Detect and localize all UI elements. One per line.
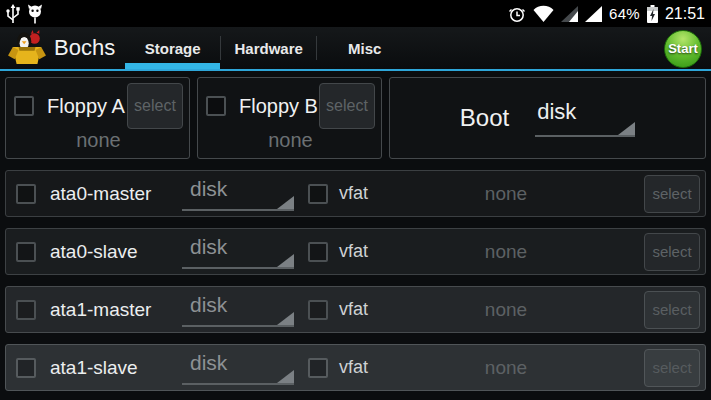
ata1-master-vfat-checkbox[interactable] xyxy=(308,300,328,320)
ata0-master-row: ata0-master disk vfat none select xyxy=(5,170,706,217)
ata1-master-type-value: disk xyxy=(190,293,227,316)
ata0-master-type-value: disk xyxy=(190,177,227,200)
ata1-master-value: none xyxy=(368,299,644,321)
app-identity: Bochs xyxy=(0,27,125,69)
ata1-slave-row: ata1-slave disk vfat none select xyxy=(5,344,706,391)
action-bar: Bochs Storage Hardware Misc Start xyxy=(0,27,711,71)
tab-hardware-label: Hardware xyxy=(234,40,302,57)
boot-label: Boot xyxy=(460,104,509,132)
boot-panel: Boot disk xyxy=(389,77,706,159)
floppy-b-select-button[interactable]: select xyxy=(319,83,375,129)
tab-misc[interactable]: Misc xyxy=(317,27,412,69)
ata0-slave-type-value: disk xyxy=(190,235,227,258)
battery-charging-icon xyxy=(647,5,658,23)
ata0-slave-vfat-label: vfat xyxy=(339,241,368,262)
ata0-slave-type-spinner[interactable]: disk xyxy=(182,235,294,269)
tab-storage-label: Storage xyxy=(145,40,201,57)
clock-label: 21:51 xyxy=(665,5,705,23)
ata0-master-checkbox[interactable] xyxy=(16,184,36,204)
ata0-slave-label: ata0-slave xyxy=(50,241,182,263)
status-bar: 64% 21:51 xyxy=(0,0,711,27)
floppy-a-select-button[interactable]: select xyxy=(127,83,183,129)
bochs-app-screen: 64% 21:51 xyxy=(0,0,711,400)
battery-percent-label: 64% xyxy=(609,5,640,22)
tab-storage[interactable]: Storage xyxy=(125,27,220,69)
ata1-slave-type-spinner[interactable]: disk xyxy=(182,351,294,385)
ata0-slave-vfat-checkbox[interactable] xyxy=(308,242,328,262)
ata1-master-vfat-label: vfat xyxy=(339,299,368,320)
bochs-logo-icon xyxy=(8,30,46,66)
storage-tab-content: Floppy A select none Floppy B select non… xyxy=(0,71,711,391)
start-button[interactable]: Start xyxy=(664,30,702,68)
floppy-b-checkbox[interactable] xyxy=(206,96,226,116)
floppy-b-value: none xyxy=(206,129,375,156)
ata1-master-checkbox[interactable] xyxy=(16,300,36,320)
ata0-slave-value: none xyxy=(368,241,644,263)
dropdown-caret-icon xyxy=(277,312,294,325)
alarm-icon xyxy=(508,5,526,23)
floppy-boot-row: Floppy A select none Floppy B select non… xyxy=(5,77,706,159)
ata0-master-select-button[interactable]: select xyxy=(644,175,700,213)
tab-bar: Storage Hardware Misc xyxy=(125,27,412,69)
floppy-a-controls: Floppy A select xyxy=(14,83,183,129)
floppy-a-checkbox[interactable] xyxy=(14,96,34,116)
boot-device-spinner[interactable]: disk xyxy=(535,99,635,137)
floppy-b-panel: Floppy B select none xyxy=(197,77,382,159)
ata1-slave-vfat-label: vfat xyxy=(339,357,368,378)
ata0-master-type-spinner[interactable]: disk xyxy=(182,177,294,211)
floppy-b-label: Floppy B xyxy=(239,95,318,118)
ata1-master-row: ata1-master disk vfat none select xyxy=(5,286,706,333)
floppy-a-label: Floppy A xyxy=(47,95,125,118)
ata1-slave-label: ata1-slave xyxy=(50,357,182,379)
adb-debug-icon xyxy=(27,4,43,24)
dropdown-caret-icon xyxy=(618,122,635,135)
cell-signal-sim1-icon xyxy=(561,6,578,22)
ata0-slave-checkbox[interactable] xyxy=(16,242,36,262)
cell-signal-sim2-icon xyxy=(585,6,602,22)
wifi-icon xyxy=(533,5,554,22)
dropdown-caret-icon xyxy=(277,370,294,383)
ata1-slave-value: none xyxy=(368,357,644,379)
boot-device-value: disk xyxy=(537,99,576,124)
ata1-slave-vfat-checkbox[interactable] xyxy=(308,358,328,378)
ata1-slave-type-value: disk xyxy=(190,351,227,374)
floppy-a-value: none xyxy=(14,129,183,156)
ata0-slave-select-button[interactable]: select xyxy=(644,233,700,271)
ata0-master-label: ata0-master xyxy=(50,183,182,205)
ata1-master-label: ata1-master xyxy=(50,299,182,321)
tab-hardware[interactable]: Hardware xyxy=(221,27,316,69)
ata1-slave-checkbox[interactable] xyxy=(16,358,36,378)
status-bar-right: 64% 21:51 xyxy=(508,5,705,23)
floppy-b-controls: Floppy B select xyxy=(206,83,375,129)
tab-misc-label: Misc xyxy=(348,40,381,57)
ata0-master-vfat-checkbox[interactable] xyxy=(308,184,328,204)
dropdown-caret-icon xyxy=(277,196,294,209)
status-bar-left xyxy=(6,4,43,24)
ata0-master-vfat-label: vfat xyxy=(339,183,368,204)
dropdown-caret-icon xyxy=(277,254,294,267)
app-title: Bochs xyxy=(54,35,115,61)
ata0-slave-row: ata0-slave disk vfat none select xyxy=(5,228,706,275)
ata1-master-select-button[interactable]: select xyxy=(644,291,700,329)
ata1-master-type-spinner[interactable]: disk xyxy=(182,293,294,327)
ata0-master-value: none xyxy=(368,183,644,205)
usb-icon xyxy=(6,4,20,24)
floppy-a-panel: Floppy A select none xyxy=(5,77,190,159)
ata1-slave-select-button[interactable]: select xyxy=(644,349,700,387)
